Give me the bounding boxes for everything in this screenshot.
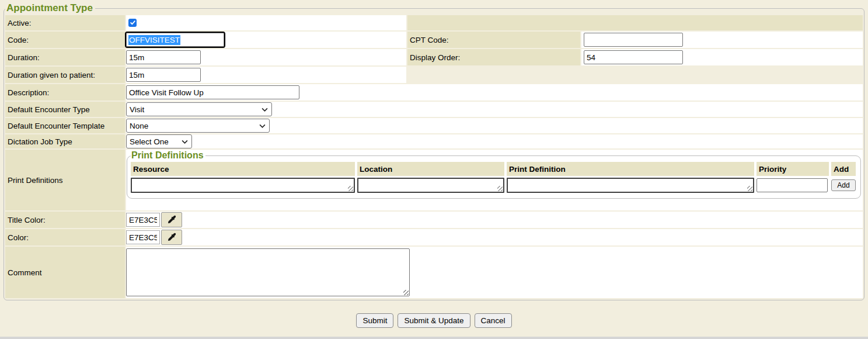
color-cell [126,229,863,245]
appointment-type-legend: Appointment Type [5,2,95,14]
appointment-type-form: Active: Code: OFFVISITEST CPT Code: Dura… [5,15,863,298]
active-checkbox[interactable] [128,19,137,27]
print-definitions-label: Print Definitions [5,150,125,210]
submit-button[interactable]: Submit [356,313,393,328]
submit-and-update-button[interactable]: Submit & Update [398,313,470,328]
color-input[interactable] [126,230,160,244]
pd-header-add: Add [831,162,856,176]
color-label: Color: [5,229,125,245]
duration-patient-input[interactable] [126,68,201,82]
code-cell: OFFVISITEST [126,32,406,48]
print-definitions-cell: Print Definitions Resource Location Prin… [126,150,863,210]
print-definitions-fieldset: Print Definitions Resource Location Prin… [127,150,861,199]
title-color-label: Title Color: [5,212,125,228]
encounter-type-cell: Visit [126,102,863,117]
active-label: Active: [5,15,125,30]
eyedropper-icon [168,232,176,243]
active-row-filler [407,15,863,30]
encounter-template-select[interactable]: None [126,119,270,133]
dictation-job-type-select[interactable]: Select One [126,134,192,148]
dictation-job-type-selected: Select One [130,137,169,146]
pd-header-print-definition: Print Definition [507,162,754,176]
checkmark-icon [130,19,136,27]
title-color-input[interactable] [126,213,160,227]
color-picker-button[interactable] [161,230,182,245]
pd-print-definition-input[interactable] [507,178,754,193]
title-color-cell [126,212,863,228]
window-bottom-edge [0,337,868,339]
dictation-job-type-cell: Select One [126,134,863,148]
duration-label: Duration: [5,49,125,65]
cpt-code-input[interactable] [584,33,683,47]
duration-input[interactable] [126,50,201,64]
form-actions: Submit Submit & Update Cancel [0,313,868,328]
duration-cell [126,49,406,65]
pd-resource-input[interactable] [131,178,355,193]
appointment-type-fieldset: Appointment Type Active: Code: OFFVISITE… [4,2,864,300]
print-definitions-table: Resource Location Print Definition Prior… [131,162,857,193]
pd-add-button[interactable]: Add [831,179,856,191]
comment-textarea-wrap [126,248,410,296]
display-order-label: Display Order: [407,49,580,65]
pd-header-resource: Resource [131,162,355,176]
eyedropper-icon [168,215,176,225]
cpt-code-cell [581,32,863,48]
duration-patient-label: Duration given to patient: [5,67,125,83]
pd-priority-input[interactable] [757,178,828,192]
description-cell [126,84,863,101]
duration-patient-row-filler [407,67,863,83]
pd-location-input[interactable] [357,178,504,193]
encounter-type-selected: Visit [130,105,144,114]
comment-cell [126,247,863,298]
chevron-down-icon [177,137,188,146]
code-input[interactable]: OFFVISITEST [126,33,224,47]
cpt-code-label: CPT Code: [407,32,580,48]
chevron-down-icon [257,105,268,114]
title-color-picker-button[interactable] [161,212,182,227]
pd-header-location: Location [357,162,504,176]
encounter-type-label: Default Encounter Type [5,102,125,117]
encounter-type-select[interactable]: Visit [126,102,272,116]
comment-textarea[interactable] [126,248,410,296]
dictation-job-type-label: Dictation Job Type [5,134,125,148]
pd-header-priority: Priority [757,162,829,176]
duration-patient-cell [126,67,406,83]
comment-label: Comment [5,247,125,298]
description-label: Description: [5,84,125,101]
code-input-selected-text: OFFVISITEST [128,35,180,45]
chevron-down-icon [255,122,266,130]
encounter-template-selected: None [130,122,148,130]
cancel-button[interactable]: Cancel [475,313,512,328]
code-label: Code: [5,32,125,48]
print-definitions-legend: Print Definitions [131,150,205,161]
display-order-cell [581,49,863,65]
description-input[interactable] [126,85,299,99]
active-cell [126,15,406,30]
display-order-input[interactable] [584,50,683,64]
encounter-template-label: Default Encounter Template [5,118,125,133]
encounter-template-cell: None [126,118,863,133]
